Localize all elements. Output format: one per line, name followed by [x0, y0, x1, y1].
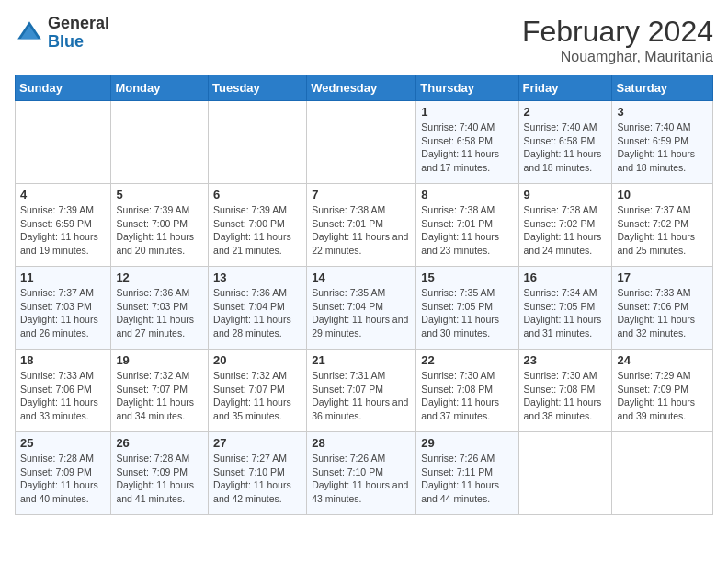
day-number: 2 — [524, 105, 608, 119]
day-number: 4 — [20, 188, 106, 201]
calendar-cell: 22Sunrise: 7:30 AM Sunset: 7:08 PM Dayli… — [416, 350, 518, 432]
calendar-cell: 14Sunrise: 7:35 AM Sunset: 7:04 PM Dayli… — [307, 267, 416, 350]
calendar-week-row: 4Sunrise: 7:39 AM Sunset: 6:59 PM Daylig… — [16, 184, 713, 267]
day-number: 24 — [617, 353, 708, 367]
calendar-cell — [209, 101, 307, 184]
calendar-cell: 12Sunrise: 7:36 AM Sunset: 7:03 PM Dayli… — [111, 267, 209, 350]
day-number: 26 — [116, 436, 203, 450]
day-of-week-header: Saturday — [612, 75, 713, 101]
calendar-header-row: SundayMondayTuesdayWednesdayThursdayFrid… — [16, 75, 713, 101]
day-number: 5 — [116, 188, 203, 201]
day-info: Sunrise: 7:32 AM Sunset: 7:07 PM Dayligh… — [116, 369, 203, 423]
day-number: 25 — [20, 436, 106, 450]
calendar-cell: 1Sunrise: 7:40 AM Sunset: 6:58 PM Daylig… — [416, 101, 518, 184]
title-block: February 2024 Nouamghar, Mauritania — [522, 15, 713, 65]
calendar-cell: 25Sunrise: 7:28 AM Sunset: 7:09 PM Dayli… — [16, 432, 111, 515]
day-info: Sunrise: 7:28 AM Sunset: 7:09 PM Dayligh… — [20, 452, 106, 506]
day-info: Sunrise: 7:29 AM Sunset: 7:09 PM Dayligh… — [617, 369, 708, 423]
day-of-week-header: Wednesday — [307, 75, 416, 101]
day-info: Sunrise: 7:38 AM Sunset: 7:02 PM Dayligh… — [524, 203, 608, 258]
day-number: 7 — [312, 188, 411, 201]
day-info: Sunrise: 7:37 AM Sunset: 7:02 PM Dayligh… — [617, 203, 708, 258]
calendar-cell: 19Sunrise: 7:32 AM Sunset: 7:07 PM Dayli… — [111, 350, 209, 432]
calendar-cell: 15Sunrise: 7:35 AM Sunset: 7:05 PM Dayli… — [416, 267, 518, 350]
day-info: Sunrise: 7:39 AM Sunset: 6:59 PM Dayligh… — [20, 203, 106, 258]
day-info: Sunrise: 7:36 AM Sunset: 7:04 PM Dayligh… — [213, 286, 301, 340]
day-number: 11 — [20, 270, 106, 284]
calendar-cell — [307, 101, 416, 184]
day-number: 3 — [617, 105, 708, 119]
calendar-week-row: 1Sunrise: 7:40 AM Sunset: 6:58 PM Daylig… — [16, 101, 713, 184]
day-info: Sunrise: 7:28 AM Sunset: 7:09 PM Dayligh… — [116, 452, 203, 506]
calendar-cell — [16, 101, 111, 184]
day-number: 13 — [213, 270, 301, 284]
calendar-cell: 27Sunrise: 7:27 AM Sunset: 7:10 PM Dayli… — [209, 432, 307, 515]
day-number: 12 — [116, 270, 203, 284]
day-info: Sunrise: 7:37 AM Sunset: 7:03 PM Dayligh… — [20, 286, 106, 340]
calendar-cell: 13Sunrise: 7:36 AM Sunset: 7:04 PM Dayli… — [209, 267, 307, 350]
calendar-cell: 11Sunrise: 7:37 AM Sunset: 7:03 PM Dayli… — [16, 267, 111, 350]
day-info: Sunrise: 7:40 AM Sunset: 6:58 PM Dayligh… — [524, 121, 608, 175]
page-header: General Blue February 2024 Nouamghar, Ma… — [15, 15, 713, 65]
logo-text: General Blue — [48, 15, 109, 52]
day-of-week-header: Monday — [111, 75, 209, 101]
calendar-cell: 5Sunrise: 7:39 AM Sunset: 7:00 PM Daylig… — [111, 184, 209, 267]
calendar-cell: 18Sunrise: 7:33 AM Sunset: 7:06 PM Dayli… — [16, 350, 111, 432]
calendar-cell: 24Sunrise: 7:29 AM Sunset: 7:09 PM Dayli… — [612, 350, 713, 432]
calendar-cell: 2Sunrise: 7:40 AM Sunset: 6:58 PM Daylig… — [518, 101, 612, 184]
calendar-week-row: 25Sunrise: 7:28 AM Sunset: 7:09 PM Dayli… — [16, 432, 713, 515]
day-of-week-header: Tuesday — [209, 75, 307, 101]
day-info: Sunrise: 7:27 AM Sunset: 7:10 PM Dayligh… — [213, 452, 301, 506]
day-info: Sunrise: 7:30 AM Sunset: 7:08 PM Dayligh… — [421, 369, 513, 423]
calendar-cell: 8Sunrise: 7:38 AM Sunset: 7:01 PM Daylig… — [416, 184, 518, 267]
logo: General Blue — [15, 15, 109, 52]
day-info: Sunrise: 7:40 AM Sunset: 6:58 PM Dayligh… — [421, 121, 513, 175]
day-info: Sunrise: 7:36 AM Sunset: 7:03 PM Dayligh… — [116, 286, 203, 340]
day-of-week-header: Thursday — [416, 75, 518, 101]
day-number: 20 — [213, 353, 301, 367]
day-info: Sunrise: 7:34 AM Sunset: 7:05 PM Dayligh… — [524, 286, 608, 340]
day-number: 19 — [116, 353, 203, 367]
calendar-cell: 16Sunrise: 7:34 AM Sunset: 7:05 PM Dayli… — [518, 267, 612, 350]
day-info: Sunrise: 7:35 AM Sunset: 7:05 PM Dayligh… — [421, 286, 513, 340]
day-number: 28 — [312, 436, 411, 450]
day-info: Sunrise: 7:33 AM Sunset: 7:06 PM Dayligh… — [617, 286, 708, 340]
calendar-cell — [111, 101, 209, 184]
logo-blue-text: Blue — [48, 33, 109, 52]
day-info: Sunrise: 7:39 AM Sunset: 7:00 PM Dayligh… — [116, 203, 203, 258]
day-of-week-header: Sunday — [16, 75, 111, 101]
day-info: Sunrise: 7:38 AM Sunset: 7:01 PM Dayligh… — [312, 203, 411, 258]
calendar-cell: 17Sunrise: 7:33 AM Sunset: 7:06 PM Dayli… — [612, 267, 713, 350]
day-info: Sunrise: 7:31 AM Sunset: 7:07 PM Dayligh… — [312, 369, 411, 423]
calendar-table: SundayMondayTuesdayWednesdayThursdayFrid… — [15, 75, 713, 515]
day-number: 27 — [213, 436, 301, 450]
day-number: 21 — [312, 353, 411, 367]
calendar-cell: 21Sunrise: 7:31 AM Sunset: 7:07 PM Dayli… — [307, 350, 416, 432]
day-number: 9 — [524, 188, 608, 201]
calendar-cell: 7Sunrise: 7:38 AM Sunset: 7:01 PM Daylig… — [307, 184, 416, 267]
day-number: 10 — [617, 188, 708, 201]
day-info: Sunrise: 7:40 AM Sunset: 6:59 PM Dayligh… — [617, 121, 708, 175]
day-info: Sunrise: 7:26 AM Sunset: 7:10 PM Dayligh… — [312, 452, 411, 506]
calendar-cell: 23Sunrise: 7:30 AM Sunset: 7:08 PM Dayli… — [518, 350, 612, 432]
day-number: 23 — [524, 353, 608, 367]
calendar-cell: 9Sunrise: 7:38 AM Sunset: 7:02 PM Daylig… — [518, 184, 612, 267]
logo-icon — [15, 18, 44, 48]
day-info: Sunrise: 7:35 AM Sunset: 7:04 PM Dayligh… — [312, 286, 411, 340]
day-number: 18 — [20, 353, 106, 367]
calendar-cell: 3Sunrise: 7:40 AM Sunset: 6:59 PM Daylig… — [612, 101, 713, 184]
calendar-cell: 20Sunrise: 7:32 AM Sunset: 7:07 PM Dayli… — [209, 350, 307, 432]
calendar-week-row: 11Sunrise: 7:37 AM Sunset: 7:03 PM Dayli… — [16, 267, 713, 350]
page-title: February 2024 — [522, 15, 713, 49]
day-number: 17 — [617, 270, 708, 284]
day-info: Sunrise: 7:39 AM Sunset: 7:00 PM Dayligh… — [213, 203, 301, 258]
day-number: 29 — [421, 436, 513, 450]
day-info: Sunrise: 7:33 AM Sunset: 7:06 PM Dayligh… — [20, 369, 106, 423]
calendar-cell: 29Sunrise: 7:26 AM Sunset: 7:11 PM Dayli… — [416, 432, 518, 515]
calendar-cell — [612, 432, 713, 515]
calendar-cell: 26Sunrise: 7:28 AM Sunset: 7:09 PM Dayli… — [111, 432, 209, 515]
day-number: 1 — [421, 105, 513, 119]
logo-general-text: General — [48, 15, 109, 33]
calendar-cell — [518, 432, 612, 515]
day-of-week-header: Friday — [518, 75, 612, 101]
